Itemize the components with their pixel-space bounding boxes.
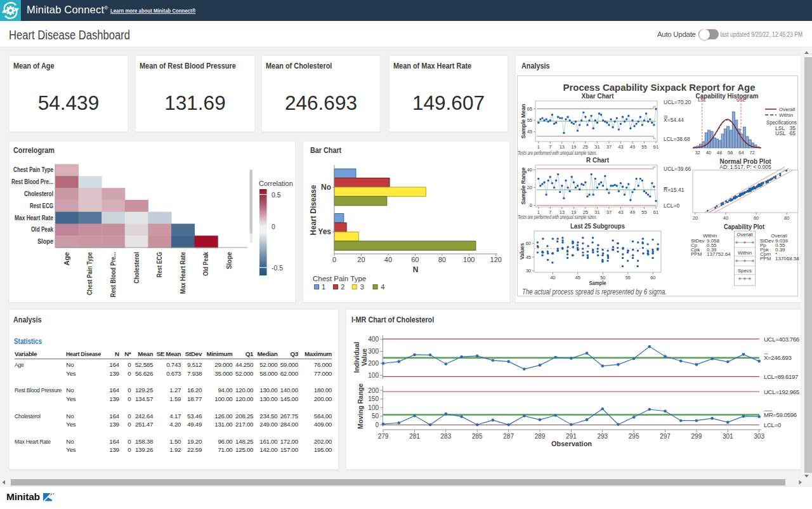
svg-text:200: 200: [368, 387, 379, 394]
svg-text:291: 291: [566, 433, 577, 440]
svg-text:100: 100: [368, 404, 379, 411]
svg-text:X=246.693: X=246.693: [764, 354, 792, 361]
svg-text:LCL=0: LCL=0: [764, 421, 782, 428]
svg-text:0: 0: [375, 421, 379, 428]
svg-text:400: 400: [368, 336, 379, 343]
svg-text:150: 150: [368, 395, 379, 402]
svg-text:300: 300: [368, 348, 379, 355]
svg-text:MR=59.0596: MR=59.0596: [764, 411, 797, 418]
svg-text:289: 289: [535, 433, 546, 440]
svg-text:Moving Range: Moving Range: [357, 383, 364, 429]
svg-text:Individual: Individual: [353, 341, 360, 373]
svg-text:LCL=89.6197: LCL=89.6197: [764, 373, 798, 380]
svg-text:Value: Value: [360, 348, 368, 366]
svg-text:50: 50: [372, 413, 379, 420]
svg-text:Observation: Observation: [551, 440, 592, 447]
svg-text:295: 295: [629, 433, 639, 440]
svg-text:100: 100: [368, 372, 379, 379]
svg-text:281: 281: [409, 433, 420, 440]
svg-text:297: 297: [660, 433, 671, 440]
svg-text:287: 287: [503, 433, 514, 440]
svg-text:299: 299: [691, 433, 702, 440]
svg-text:200: 200: [368, 360, 379, 367]
svg-text:301: 301: [723, 433, 733, 440]
svg-text:293: 293: [597, 433, 608, 440]
svg-text:279: 279: [378, 433, 389, 440]
svg-text:UCL=192.965: UCL=192.965: [764, 388, 799, 395]
svg-text:UCL=403.766: UCL=403.766: [764, 336, 799, 343]
svg-text:285: 285: [472, 433, 483, 440]
svg-text:283: 283: [441, 433, 452, 440]
svg-text:303: 303: [754, 433, 764, 440]
